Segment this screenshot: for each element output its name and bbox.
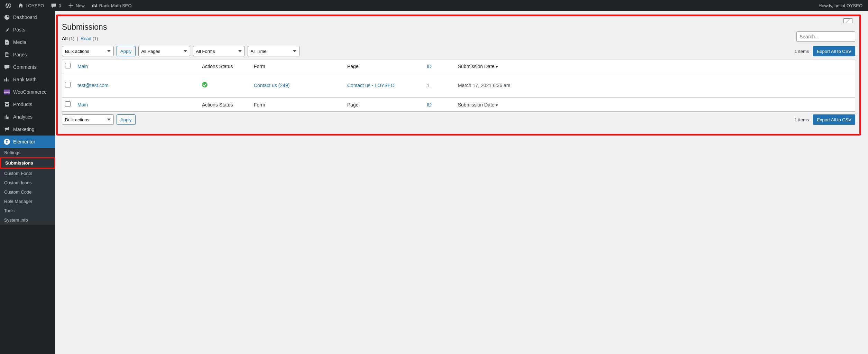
filter-time-select[interactable]: All Time	[248, 46, 299, 56]
col-page-footer: Page	[344, 97, 423, 111]
col-date[interactable]: Submission Date▼	[454, 59, 855, 73]
row-checkbox[interactable]	[65, 82, 71, 87]
archive-icon	[3, 101, 10, 108]
view-read[interactable]: Read	[81, 36, 91, 41]
sidebar-item-label: Pages	[13, 52, 27, 57]
tablenav-bottom: Bulk actions Apply 1 items Export All to…	[62, 114, 855, 125]
sort-desc-icon: ▼	[495, 103, 499, 107]
search-input[interactable]	[796, 31, 855, 42]
sidebar-item-label: Marketing	[13, 127, 34, 132]
col-main[interactable]: Main	[74, 59, 198, 73]
sidebar-item-elementor[interactable]: E Elementor	[0, 136, 55, 148]
row-date: March 17, 2021 6:36 am	[454, 73, 855, 97]
comment-icon	[51, 3, 56, 8]
sidebar-item-dashboard[interactable]: Dashboard	[0, 11, 55, 24]
items-count-bottom: 1 items	[794, 117, 809, 122]
sidebar-item-label: Products	[13, 102, 32, 107]
plus-icon	[68, 3, 74, 8]
row-main-link[interactable]: test@test.com	[77, 83, 109, 88]
bulk-actions-select-bottom[interactable]: Bulk actions	[62, 114, 114, 125]
pages-icon	[3, 51, 10, 58]
apply-button-bottom[interactable]: Apply	[117, 114, 136, 125]
broken-image-icon	[843, 18, 852, 23]
home-icon	[18, 3, 24, 8]
submissions-table: Main Actions Status Form Page ID Submiss…	[62, 59, 855, 112]
site-name-label: LOYSEO	[26, 3, 44, 8]
col-status: Actions Status	[198, 59, 250, 73]
read-count: (1)	[93, 36, 98, 41]
sidebar-item-label: Posts	[13, 27, 25, 32]
export-csv-button[interactable]: Export All to CSV	[813, 46, 855, 56]
sidebar-item-comments[interactable]: Comments	[0, 61, 55, 73]
page-title: Submissions	[62, 20, 855, 33]
chart-icon	[3, 76, 10, 83]
howdy-text: Howdy, helloLOYSEO	[819, 3, 862, 8]
view-all[interactable]: All	[62, 36, 68, 41]
comments-count: 0	[58, 3, 61, 8]
col-page: Page	[344, 59, 423, 73]
select-all-header	[62, 59, 74, 73]
col-form-footer: Form	[250, 97, 344, 111]
filter-pages-select[interactable]: All Pages	[138, 46, 190, 56]
new-content[interactable]: New	[65, 0, 87, 11]
admin-bar: LOYSEO 0 New Rank Math SEO Howdy, helloL…	[0, 0, 868, 11]
rankmath-label: Rank Math SEO	[99, 3, 132, 8]
export-csv-button-bottom[interactable]: Export All to CSV	[813, 114, 855, 125]
row-page-link[interactable]: Contact us - LOYSEO	[347, 83, 395, 88]
col-main-footer[interactable]: Main	[74, 97, 198, 111]
main-content: Submissions All (1) | Read (1) Bulk acti…	[55, 11, 868, 149]
sidebar-item-woocommerce[interactable]: woo WooCommerce	[0, 86, 55, 98]
sidebar-item-label: Elementor	[13, 139, 35, 145]
sidebar-item-pages[interactable]: Pages	[0, 48, 55, 61]
new-label: New	[76, 3, 85, 8]
sidebar-item-label: Rank Math	[13, 77, 37, 82]
rankmath-link[interactable]: Rank Math SEO	[89, 0, 135, 11]
view-filters: All (1) | Read (1)	[62, 36, 855, 41]
pin-icon	[3, 26, 10, 33]
elementor-icon: E	[3, 138, 10, 145]
sidebar-item-media[interactable]: Media	[0, 36, 55, 48]
submenu-settings[interactable]: Settings	[0, 148, 55, 149]
sidebar-item-label: Analytics	[13, 114, 33, 120]
my-account[interactable]: Howdy, helloLOYSEO	[816, 0, 865, 11]
col-form: Form	[250, 59, 344, 73]
all-count: (1)	[69, 36, 74, 41]
col-status-footer: Actions Status	[198, 97, 250, 111]
row-id: 1	[423, 73, 454, 97]
woo-icon: woo	[3, 88, 10, 95]
sidebar-item-products[interactable]: Products	[0, 98, 55, 111]
col-id[interactable]: ID	[423, 59, 454, 73]
site-name[interactable]: LOYSEO	[15, 0, 47, 11]
highlighted-area: Submissions All (1) | Read (1) Bulk acti…	[56, 15, 861, 136]
elementor-submenu: Settings Submissions Custom Fonts Custom…	[0, 148, 55, 149]
status-success-icon	[202, 82, 207, 87]
comments-link[interactable]: 0	[48, 0, 64, 11]
megaphone-icon	[3, 126, 10, 133]
sidebar-item-marketing[interactable]: Marketing	[0, 123, 55, 136]
col-id-footer[interactable]: ID	[423, 97, 454, 111]
row-form-link[interactable]: Contact us (249)	[254, 83, 290, 88]
filter-forms-select[interactable]: All Forms	[193, 46, 245, 56]
sidebar-item-label: WooCommerce	[13, 89, 47, 95]
admin-sidebar: Dashboard Posts Media Pages Comments Ran…	[0, 11, 55, 149]
select-all-checkbox-footer[interactable]	[65, 101, 71, 107]
items-count: 1 items	[794, 49, 809, 54]
bars-icon	[3, 113, 10, 120]
search-box	[796, 31, 855, 42]
sort-desc-icon: ▼	[495, 65, 499, 69]
tablenav-top: Bulk actions Apply All Pages All Forms A…	[62, 45, 855, 57]
dashboard-icon	[3, 14, 10, 21]
sidebar-item-analytics[interactable]: Analytics	[0, 111, 55, 123]
apply-button[interactable]: Apply	[117, 46, 136, 56]
sidebar-item-label: Media	[13, 39, 26, 45]
wp-logo[interactable]	[3, 0, 14, 11]
sidebar-item-posts[interactable]: Posts	[0, 24, 55, 36]
col-date-footer[interactable]: Submission Date▼	[454, 97, 855, 111]
sidebar-item-rankmath[interactable]: Rank Math	[0, 73, 55, 86]
bulk-actions-select[interactable]: Bulk actions	[62, 46, 114, 56]
sidebar-item-label: Dashboard	[13, 15, 37, 20]
admin-bar-left: LOYSEO 0 New Rank Math SEO	[3, 0, 135, 11]
sidebar-item-label: Comments	[13, 64, 37, 70]
select-all-checkbox[interactable]	[65, 63, 71, 68]
table-row: test@test.com Contact us (249) Contact u…	[62, 73, 855, 97]
